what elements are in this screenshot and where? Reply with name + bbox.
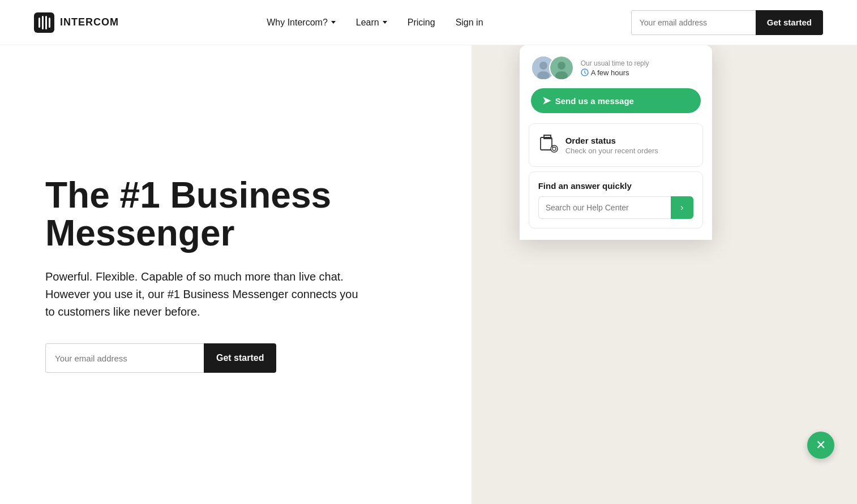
order-status-subtitle: Check on your recent orders bbox=[565, 147, 658, 155]
chat-widget: Our usual time to reply A few hours ➤ Se… bbox=[520, 45, 712, 240]
close-chat-button[interactable]: ✕ bbox=[807, 432, 834, 459]
help-center-search-button[interactable]: › bbox=[671, 196, 693, 219]
hero-description: Powerful. Flexible. Capable of so much m… bbox=[45, 268, 362, 321]
nav-links: Why Intercom? Learn Pricing Sign in bbox=[267, 18, 483, 28]
order-status-row: Order status Check on your recent orders bbox=[538, 133, 693, 157]
svg-point-13 bbox=[551, 145, 558, 152]
svg-point-6 bbox=[539, 62, 547, 70]
hero-email-input[interactable] bbox=[45, 343, 204, 373]
clock-icon bbox=[581, 68, 589, 76]
avatar-2 bbox=[549, 55, 574, 80]
send-message-button[interactable]: ➤ Send us a message bbox=[531, 88, 701, 113]
svg-point-9 bbox=[558, 62, 565, 70]
order-status-title: Order status bbox=[565, 136, 658, 145]
svg-rect-4 bbox=[49, 18, 50, 28]
close-icon: ✕ bbox=[816, 439, 826, 451]
svg-rect-12 bbox=[541, 137, 552, 150]
svg-rect-3 bbox=[45, 16, 47, 29]
svg-rect-1 bbox=[38, 18, 40, 28]
reply-time: A few hours bbox=[581, 68, 649, 77]
nav-learn[interactable]: Learn bbox=[356, 18, 387, 28]
order-info: Order status Check on your recent orders bbox=[565, 136, 658, 155]
logo[interactable]: INTERCOM bbox=[34, 12, 119, 33]
nav-email-input[interactable] bbox=[631, 10, 756, 35]
chevron-down-icon bbox=[331, 21, 336, 24]
logo-icon bbox=[34, 12, 54, 33]
navigation: INTERCOM Why Intercom? Learn Pricing Sig… bbox=[0, 0, 857, 45]
main-content: The #1 Business Messenger Powerful. Flex… bbox=[0, 45, 857, 504]
help-center-search-input[interactable] bbox=[538, 196, 671, 219]
logo-text: INTERCOM bbox=[60, 16, 119, 28]
reply-label: Our usual time to reply bbox=[581, 59, 649, 67]
search-row: › bbox=[538, 196, 693, 219]
nav-cta: Get started bbox=[631, 10, 823, 35]
right-panel: Our usual time to reply A few hours ➤ Se… bbox=[472, 45, 857, 504]
svg-rect-2 bbox=[42, 16, 44, 29]
find-answer-title: Find an answer quickly bbox=[538, 181, 693, 191]
order-status-card[interactable]: Order status Check on your recent orders bbox=[529, 123, 703, 167]
nav-pricing[interactable]: Pricing bbox=[408, 18, 435, 28]
hero-cta-row: Get started bbox=[45, 343, 438, 373]
svg-rect-0 bbox=[34, 12, 54, 33]
nav-get-started-button[interactable]: Get started bbox=[756, 10, 823, 35]
chevron-down-icon bbox=[383, 21, 387, 24]
find-answer-card: Find an answer quickly › bbox=[529, 171, 703, 229]
send-arrow-icon: ➤ bbox=[542, 94, 551, 107]
avatar-stack bbox=[531, 55, 574, 80]
hero-title: The #1 Business Messenger bbox=[45, 176, 438, 252]
reply-info: Our usual time to reply A few hours bbox=[581, 59, 649, 77]
hero-get-started-button[interactable]: Get started bbox=[204, 343, 276, 373]
search-arrow-icon: › bbox=[680, 203, 683, 213]
nav-signin[interactable]: Sign in bbox=[456, 18, 483, 28]
order-icon bbox=[538, 133, 559, 157]
nav-why-intercom[interactable]: Why Intercom? bbox=[267, 18, 336, 28]
hero-section: The #1 Business Messenger Powerful. Flex… bbox=[0, 45, 472, 504]
reply-time-row: Our usual time to reply A few hours bbox=[520, 45, 712, 88]
